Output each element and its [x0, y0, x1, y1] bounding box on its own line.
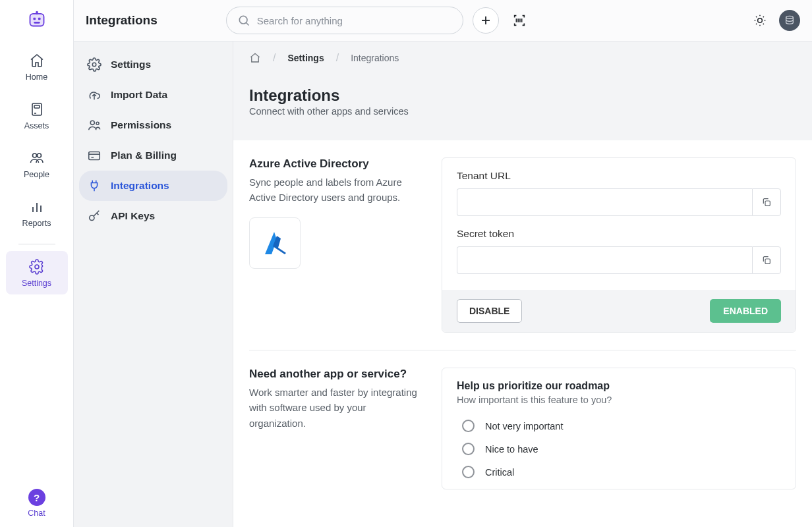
sidebar-item-apikeys[interactable]: API Keys: [79, 201, 227, 231]
nav-home-label: Home: [26, 72, 47, 82]
credit-card-icon: [87, 148, 102, 163]
svg-line-16: [246, 23, 248, 26]
secret-token-input[interactable]: [457, 246, 752, 274]
sidebar-item-label: Permissions: [111, 119, 171, 131]
disable-button[interactable]: DISABLE: [457, 299, 522, 323]
roadmap-option-label: Nice to have: [485, 444, 538, 455]
nav-reports[interactable]: Reports: [6, 191, 68, 235]
key-icon: [87, 209, 102, 223]
svg-rect-7: [34, 105, 40, 108]
svg-line-30: [756, 24, 757, 24]
primary-nav: Home Assets People Reports Settings ? Ch…: [0, 0, 74, 527]
reports-icon: [29, 199, 45, 215]
nav-chat[interactable]: ? Chat: [6, 482, 68, 527]
settings-sidebar: Settings Import Data Permissions Plan & …: [74, 42, 233, 527]
nav-chat-label: Chat: [28, 509, 45, 518]
home-icon: [29, 53, 45, 69]
nav-home[interactable]: Home: [6, 45, 68, 88]
breadcrumb-home[interactable]: [249, 52, 261, 64]
nav-settings-label: Settings: [22, 279, 51, 288]
global-search[interactable]: [226, 7, 463, 34]
sidebar-item-permissions[interactable]: Permissions: [79, 110, 227, 140]
gear-icon: [87, 57, 102, 72]
breadcrumb-sep: /: [336, 52, 339, 64]
secret-token-label: Secret token: [457, 228, 781, 240]
page-subtitle: Connect with other apps and services: [249, 106, 796, 117]
cloud-upload-icon: [87, 88, 102, 102]
app-logo[interactable]: [27, 9, 47, 29]
azure-info: Azure Active Directory Sync people and l…: [249, 157, 423, 333]
roadmap-option-not-important[interactable]: Not very important: [457, 414, 781, 437]
svg-rect-44: [765, 259, 770, 264]
sidebar-item-billing[interactable]: Plan & Billing: [79, 140, 227, 171]
nav-settings[interactable]: Settings: [6, 251, 68, 294]
page-section-title: Integrations: [86, 13, 158, 28]
content-area: / Settings / Integrations Integrations C…: [233, 42, 812, 527]
plug-icon: [87, 179, 102, 193]
add-button[interactable]: [473, 7, 499, 34]
chat-icon: ?: [28, 489, 45, 506]
nav-assets[interactable]: Assets: [6, 94, 68, 137]
roadmap-option-critical[interactable]: Critical: [457, 460, 781, 484]
breadcrumb-settings[interactable]: Settings: [287, 53, 324, 63]
roadmap-title: Help us prioritize our roadmap: [457, 380, 781, 392]
settings-icon: [29, 259, 45, 275]
nav-people[interactable]: People: [6, 142, 68, 186]
roadmap-option-label: Not very important: [485, 421, 563, 431]
section-divider: [249, 350, 796, 350]
svg-rect-4: [38, 18, 40, 20]
page-header: Integrations Connect with other apps and…: [233, 74, 812, 140]
people-icon: [29, 150, 45, 166]
theme-toggle[interactable]: [749, 9, 771, 32]
svg-point-14: [35, 265, 39, 269]
svg-point-15: [239, 16, 247, 24]
sidebar-item-label: Integrations: [111, 180, 169, 192]
another-desc: Work smarter and faster by integrating w…: [249, 385, 423, 431]
svg-rect-43: [765, 201, 770, 206]
sidebar-item-label: Settings: [111, 59, 151, 70]
radio-icon: [462, 466, 475, 478]
roadmap-option-nice[interactable]: Nice to have: [457, 437, 781, 460]
roadmap-option-label: Critical: [485, 467, 514, 478]
permissions-icon: [87, 118, 102, 132]
svg-point-23: [758, 18, 763, 23]
azure-logo-icon: [249, 217, 301, 269]
radio-icon: [462, 443, 475, 455]
another-title: Need another app or service?: [249, 368, 423, 381]
azure-config-card: Tenant URL Secret token: [442, 157, 796, 333]
sidebar-item-integrations[interactable]: Integrations: [79, 171, 227, 201]
breadcrumb-sep: /: [273, 52, 276, 64]
svg-rect-37: [89, 152, 100, 160]
tenant-url-input[interactable]: [457, 188, 752, 216]
nav-assets-label: Assets: [24, 121, 49, 130]
tenant-url-label: Tenant URL: [457, 170, 781, 182]
svg-rect-0: [30, 14, 44, 26]
copy-secret-button[interactable]: [752, 246, 781, 274]
svg-line-27: [763, 24, 764, 24]
breadcrumb-integrations[interactable]: Integrations: [351, 53, 399, 63]
svg-rect-5: [34, 22, 40, 24]
sidebar-item-import[interactable]: Import Data: [79, 80, 227, 110]
scan-button[interactable]: [508, 9, 531, 32]
roadmap-subtitle: How important is this feature to you?: [457, 395, 781, 405]
nav-reports-label: Reports: [22, 219, 51, 228]
svg-point-40: [90, 215, 94, 220]
radio-icon: [462, 420, 475, 432]
page-title: Integrations: [249, 86, 796, 105]
search-icon: [237, 14, 250, 27]
azure-desc: Sync people and labels from Azure Active…: [249, 175, 423, 206]
svg-point-35: [90, 121, 94, 125]
search-input[interactable]: [257, 15, 452, 26]
sidebar-item-label: Import Data: [111, 89, 167, 101]
copy-tenant-button[interactable]: [752, 188, 781, 216]
svg-line-31: [763, 16, 764, 17]
roadmap-card: Help us prioritize our roadmap How impor…: [442, 368, 796, 489]
topbar: Integrations: [74, 0, 812, 42]
main-area: Integrations Settings: [74, 0, 812, 527]
sidebar-item-label: API Keys: [111, 210, 155, 222]
svg-rect-3: [33, 18, 36, 20]
nav-people-label: People: [24, 170, 49, 179]
database-button[interactable]: [779, 10, 800, 31]
azure-title: Azure Active Directory: [249, 157, 423, 171]
sidebar-item-settings[interactable]: Settings: [79, 49, 227, 80]
